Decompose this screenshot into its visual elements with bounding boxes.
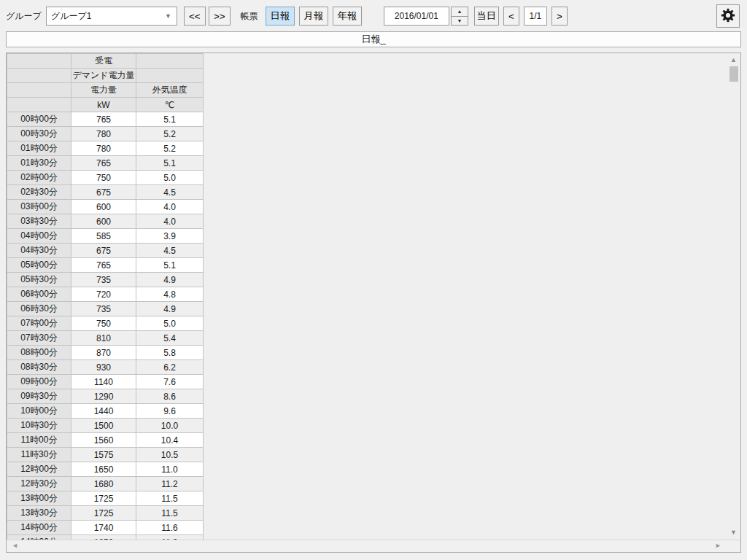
vertical-scrollbar-thumb[interactable]: [729, 66, 738, 82]
temp-cell: 5.8: [136, 346, 204, 360]
next-page-button[interactable]: >: [551, 7, 568, 26]
header-cell: 外気温度: [136, 83, 204, 98]
table-row: 13時30分172511.5: [7, 506, 204, 521]
table-row: 00時00分7655.1: [7, 112, 204, 127]
temp-cell: 4.0: [136, 200, 204, 214]
header-cell: 受電: [71, 54, 136, 69]
table-row: 01時00分7805.2: [7, 141, 204, 156]
power-cell: 1290: [71, 389, 136, 404]
power-cell: 765: [71, 156, 136, 171]
scroll-up-icon[interactable]: ▲: [730, 57, 737, 63]
power-cell: 1440: [71, 404, 136, 419]
next-group-button[interactable]: >>: [209, 7, 231, 26]
power-cell: 1680: [71, 477, 136, 491]
temp-cell: 11.6: [136, 521, 204, 535]
temp-cell: 8.6: [136, 389, 204, 404]
table-row: 14時00分174011.6: [7, 521, 204, 535]
power-cell: 780: [71, 141, 136, 156]
table-row: 05時30分7354.9: [7, 273, 204, 287]
prev-group-button[interactable]: <<: [184, 7, 206, 26]
header-cell: [7, 69, 71, 83]
tab-yearly-report[interactable]: 年報: [333, 7, 362, 26]
header-cell: [7, 54, 71, 69]
temp-cell: 5.1: [136, 258, 204, 273]
table-row: 06時30分7354.9: [7, 302, 204, 316]
time-cell: 09時30分: [7, 389, 71, 404]
header-cell: [7, 83, 71, 98]
tab-monthly-report[interactable]: 月報: [299, 7, 328, 26]
temp-cell: 4.8: [136, 287, 204, 302]
date-value: 2016/01/01: [395, 11, 438, 21]
power-cell: 1140: [71, 375, 136, 389]
power-cell: 600: [71, 200, 136, 214]
group-select[interactable]: グループ1 ▼: [46, 7, 177, 26]
time-cell: 11時30分: [7, 448, 71, 462]
group-select-value: グループ1: [51, 10, 92, 23]
gear-icon: [720, 7, 736, 26]
time-cell: 03時00分: [7, 200, 71, 214]
temp-cell: 4.0: [136, 214, 204, 229]
power-cell: 720: [71, 287, 136, 302]
spinner-down-icon[interactable]: ▼: [451, 16, 468, 26]
table-header-row: 受電: [7, 54, 204, 69]
temp-cell: 4.9: [136, 273, 204, 287]
time-cell: 09時00分: [7, 375, 71, 389]
table-row: 03時00分6004.0: [7, 200, 204, 214]
header-cell: ℃: [136, 98, 204, 112]
time-cell: 05時30分: [7, 273, 71, 287]
table-header-row: デマンド電力量: [7, 69, 204, 83]
power-cell: 870: [71, 346, 136, 360]
header-cell: [7, 98, 71, 112]
tab-daily-report[interactable]: 日報: [266, 7, 295, 26]
table-row: 13時00分172511.5: [7, 491, 204, 506]
time-cell: 08時00分: [7, 346, 71, 360]
power-cell: 600: [71, 214, 136, 229]
scroll-down-icon[interactable]: ▼: [730, 529, 737, 536]
scroll-right-icon[interactable]: ►: [715, 542, 721, 549]
temp-cell: 5.1: [136, 156, 204, 171]
table-row: 11時30分157510.5: [7, 448, 204, 462]
report-title-bar: 日報_: [6, 31, 741, 47]
time-cell: 12時00分: [7, 462, 71, 477]
table-row: 07時30分8105.4: [7, 331, 204, 346]
power-cell: 1740: [71, 521, 136, 535]
chevron-down-icon[interactable]: ▼: [165, 7, 171, 25]
prev-page-button[interactable]: <: [503, 7, 519, 26]
report-table-body: 受電デマンド電力量電力量外気温度kW℃00時00分7655.100時30分780…: [7, 54, 204, 550]
time-cell: 02時00分: [7, 171, 71, 185]
date-input[interactable]: 2016/01/01: [384, 7, 449, 26]
time-cell: 01時00分: [7, 141, 71, 156]
table-header-row: kW℃: [7, 98, 204, 112]
temp-cell: 3.9: [136, 229, 204, 244]
temp-cell: 5.2: [136, 127, 204, 141]
time-cell: 10時00分: [7, 404, 71, 419]
page-indicator[interactable]: 1/1: [524, 7, 547, 26]
group-label: グループ: [6, 10, 42, 23]
time-cell: 00時30分: [7, 127, 71, 141]
table-row: 04時00分5853.9: [7, 229, 204, 244]
time-cell: 12時30分: [7, 477, 71, 491]
power-cell: 735: [71, 302, 136, 316]
table-row: 04時30分6754.5: [7, 244, 204, 258]
power-cell: 765: [71, 258, 136, 273]
scroll-left-icon[interactable]: ◄: [12, 542, 18, 549]
power-cell: 1560: [71, 433, 136, 448]
today-button[interactable]: 当日: [474, 7, 499, 26]
temp-cell: 11.2: [136, 477, 204, 491]
table-row: 09時30分12908.6: [7, 389, 204, 404]
horizontal-scrollbar[interactable]: ◄ ►: [7, 540, 740, 552]
time-cell: 08時30分: [7, 360, 71, 375]
temp-cell: 11.5: [136, 506, 204, 521]
power-cell: 675: [71, 185, 136, 200]
report-label: 帳票: [241, 10, 258, 23]
settings-button[interactable]: [716, 4, 740, 28]
power-cell: 780: [71, 127, 136, 141]
temp-cell: 11.5: [136, 491, 204, 506]
temp-cell: 10.5: [136, 448, 204, 462]
power-cell: 1650: [71, 462, 136, 477]
table-row: 06時00分7204.8: [7, 287, 204, 302]
table-row: 12時00分165011.0: [7, 462, 204, 477]
spinner-up-icon[interactable]: ▲: [451, 7, 468, 16]
time-cell: 05時00分: [7, 258, 71, 273]
power-cell: 735: [71, 273, 136, 287]
